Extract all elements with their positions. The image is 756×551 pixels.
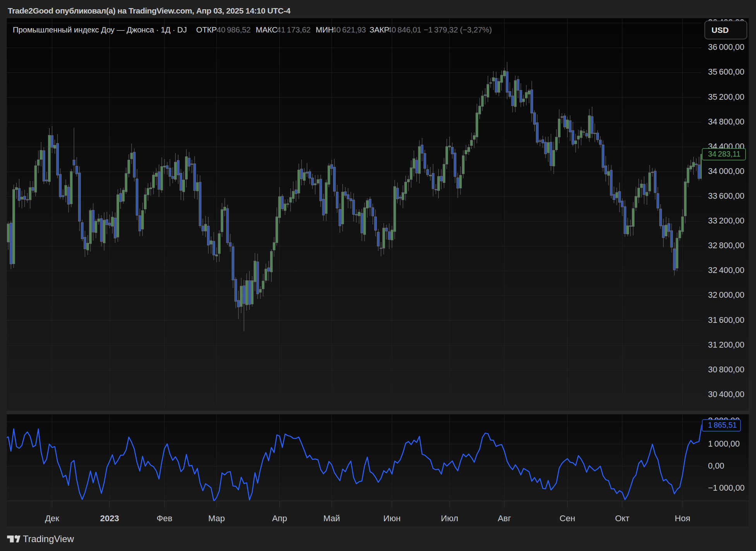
- svg-text:TradingView: TradingView: [23, 534, 74, 544]
- svg-text:32 400,00: 32 400,00: [708, 266, 744, 275]
- svg-text:Окт: Окт: [615, 513, 629, 523]
- svg-text:Дек: Дек: [45, 513, 59, 523]
- svg-text:0,00: 0,00: [708, 461, 724, 471]
- svg-text:31 200,00: 31 200,00: [708, 340, 744, 350]
- svg-text:32 800,00: 32 800,00: [708, 241, 744, 250]
- svg-text:Июн: Июн: [383, 513, 400, 523]
- svg-text:35 200,00: 35 200,00: [708, 92, 744, 102]
- svg-text:Май: Май: [323, 513, 340, 523]
- svg-text:2023: 2023: [100, 513, 119, 523]
- svg-text:−1 000,00: −1 000,00: [708, 483, 745, 493]
- svg-text:1 000,00: 1 000,00: [708, 439, 740, 449]
- svg-text:Авг: Авг: [498, 513, 511, 523]
- svg-text:USD: USD: [712, 26, 729, 34]
- svg-text:Сен: Сен: [559, 513, 575, 523]
- svg-text:Июл: Июл: [441, 513, 458, 523]
- svg-text:Апр: Апр: [272, 513, 287, 523]
- svg-text:30 400,00: 30 400,00: [708, 390, 744, 399]
- svg-text:1 865,51: 1 865,51: [708, 421, 737, 429]
- svg-text:35 600,00: 35 600,00: [708, 67, 744, 77]
- svg-text:34 283,11: 34 283,11: [708, 150, 741, 158]
- svg-text:36 000,00: 36 000,00: [708, 43, 744, 52]
- svg-text:34 800,00: 34 800,00: [708, 117, 744, 126]
- svg-text:33 600,00: 33 600,00: [708, 191, 744, 201]
- svg-text:Ноя: Ноя: [675, 513, 690, 523]
- svg-text:33 200,00: 33 200,00: [708, 216, 744, 225]
- svg-text:32 000,00: 32 000,00: [708, 290, 744, 300]
- svg-text:34 000,00: 34 000,00: [708, 167, 744, 176]
- svg-text:31 600,00: 31 600,00: [708, 316, 744, 325]
- svg-text:Мар: Мар: [208, 513, 225, 523]
- svg-text:30 800,00: 30 800,00: [708, 365, 744, 374]
- svg-text:Фев: Фев: [157, 513, 173, 523]
- svg-text:Trade2Good опубликовал(а) на T: Trade2Good опубликовал(а) на TradingView…: [8, 6, 291, 15]
